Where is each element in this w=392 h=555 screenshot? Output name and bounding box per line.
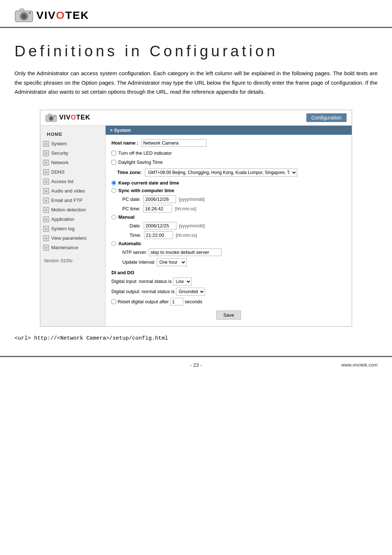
svg-rect-3 [20, 9, 24, 11]
digital-output-label: Digital output: normal status is [111, 289, 175, 294]
led-label: Turn off the LED indicator [118, 150, 172, 156]
sync-label: Sync with computer time [118, 188, 174, 193]
save-button[interactable]: Save [216, 311, 241, 320]
expand-icon-maintenance: + [43, 245, 49, 251]
content-inner: Host name : Turn off the LED indicator D… [106, 135, 352, 326]
sidebar-item-email-ftp[interactable]: + Email and FTP [40, 196, 105, 205]
automatic-label: Automatic [118, 241, 142, 246]
digital-input-row: Digital input: normal status is Low High [111, 278, 346, 285]
pc-date-input[interactable] [143, 195, 176, 203]
di-do-label: DI and DO [111, 270, 346, 275]
logo-tek: TEK [65, 9, 89, 21]
led-checkbox[interactable] [111, 151, 116, 155]
logo-area: VIVOTEK [15, 7, 377, 23]
section-header: > System [106, 126, 352, 135]
keep-date-label: Keep current date and time [118, 180, 179, 186]
sidebar-label-application: Application [51, 216, 74, 222]
digital-output-select[interactable]: Grounded Open [176, 288, 205, 296]
sidebar-label-email-ftp: Email and FTP [51, 198, 82, 203]
sidebar-item-system-log[interactable]: + System log [40, 224, 105, 234]
sidebar-home[interactable]: HOME [40, 129, 105, 139]
sidebar-label-audio-video: Audio and video [51, 188, 85, 194]
automatic-radio[interactable] [111, 241, 116, 246]
expand-icon-email-ftp: + [43, 198, 49, 203]
sidebar-item-system[interactable]: + System [40, 139, 105, 149]
content-area: > System Host name : Turn off the LED in… [106, 126, 352, 326]
reset-label: Reset digital output after [118, 299, 169, 304]
digital-output-row: Digital output: normal status is Grounde… [111, 288, 346, 296]
intro-text: Only the Administrator can access system… [15, 69, 377, 97]
page-title: Definitions in Configuration [15, 42, 377, 60]
timezone-row: Time zone: GMT+08:00 Beijing, Chongging,… [117, 169, 346, 177]
timezone-select[interactable]: GMT+08:00 Beijing, Chongging, Hong Kong,… [145, 169, 297, 177]
sidebar-label-access-list: Access list [51, 179, 73, 184]
host-name-row: Host name : [111, 139, 346, 147]
manual-radio-row: Manual [111, 214, 346, 220]
sidebar-item-ddns[interactable]: + DDNS [40, 167, 105, 177]
expand-icon-system: + [43, 141, 49, 147]
manual-time-input[interactable] [144, 231, 173, 239]
ui-frame: VIVOTEK Configuration HOME + System + Se… [40, 110, 352, 327]
frame-body: HOME + System + Security + Network [40, 126, 352, 326]
frame-logo-text: VIVOTEK [59, 114, 90, 121]
camera-icon [15, 7, 33, 23]
update-interval-label: Update interval: [122, 259, 155, 265]
manual-date-input[interactable] [144, 222, 176, 230]
digital-input-select[interactable]: Low High [173, 278, 192, 285]
sidebar-item-audio-video[interactable]: + Audio and video [40, 186, 105, 196]
update-interval-select[interactable]: One hour Two hours Six hours One day [157, 258, 187, 266]
reset-row: Reset digital output after seconds [111, 298, 346, 305]
keep-date-radio-row: Keep current date and time [111, 180, 346, 186]
daylight-checkbox[interactable] [111, 160, 116, 165]
sync-radio[interactable] [111, 188, 116, 193]
sidebar-item-security[interactable]: + Security [40, 149, 105, 158]
url-line: <url> http://<Network Camera>/setup/conf… [15, 335, 377, 341]
manual-label: Manual [118, 214, 135, 220]
sidebar-label-maintenance: Maintenance [51, 245, 78, 250]
manual-time-label: Time: [130, 232, 141, 238]
main-content: Definitions in Configuration Only the Ad… [0, 28, 392, 356]
footer-page-number: - 23 - [190, 362, 202, 368]
reset-value-input[interactable] [170, 298, 183, 305]
sidebar-label-system-log: System log [51, 226, 74, 231]
update-interval-row: Update interval: One hour Two hours Six … [122, 258, 346, 266]
pc-date-label: PC date: [122, 197, 141, 202]
sidebar-label-view-parameters: View parameters [51, 235, 86, 241]
pc-time-input[interactable] [143, 205, 172, 212]
sidebar-label-ddns: DDNS [51, 169, 65, 175]
sidebar-label-network: Network [51, 160, 69, 165]
frame-logo: VIVOTEK [45, 113, 90, 122]
reset-checkbox[interactable] [111, 299, 116, 304]
expand-icon-security: + [43, 150, 49, 156]
expand-icon-ddns: + [43, 169, 49, 175]
sidebar-item-view-parameters[interactable]: + View parameters [40, 234, 105, 243]
keep-date-radio[interactable] [111, 181, 116, 185]
manual-date-hint: [yyyy/mm/dd] [179, 223, 205, 228]
daylight-label: Daylight Saving Time [118, 159, 163, 165]
svg-point-9 [54, 116, 56, 117]
manual-radio[interactable] [111, 215, 116, 219]
expand-icon-audio-video: + [43, 188, 49, 194]
pc-time-row: PC time: [hh:mm:ss] [122, 205, 346, 212]
sidebar-item-motion-detection[interactable]: + Motion detection [40, 205, 105, 215]
manual-time-hint: [hh:mm:ss] [176, 233, 197, 238]
manual-date-row: Date: [yyyy/mm/dd] [130, 222, 346, 230]
pc-date-hint: [yyyy/mm/dd] [179, 197, 205, 202]
sidebar-label-security: Security [51, 150, 68, 156]
expand-icon-application: + [43, 216, 49, 222]
vivotek-logo: VIVOTEK [36, 9, 89, 21]
host-name-input[interactable] [141, 139, 207, 147]
manual-time-row: Time: [hh:mm:ss] [130, 231, 346, 239]
digital-input-label: Digital input: normal status is [111, 279, 172, 284]
sidebar-item-maintenance[interactable]: + Maintenance [40, 243, 105, 252]
automatic-radio-row: Automatic [111, 241, 346, 246]
sidebar-item-application[interactable]: + Application [40, 215, 105, 224]
sync-radio-row: Sync with computer time [111, 188, 346, 193]
pc-time-hint: [hh:mm:ss] [175, 206, 196, 211]
sidebar-item-access-list[interactable]: + Access list [40, 177, 105, 186]
sidebar-item-network[interactable]: + Network [40, 158, 105, 167]
frame-camera-icon [45, 113, 57, 122]
svg-rect-8 [48, 114, 51, 116]
ntp-server-input[interactable] [149, 248, 221, 256]
expand-icon-motion-detection: + [43, 207, 49, 213]
